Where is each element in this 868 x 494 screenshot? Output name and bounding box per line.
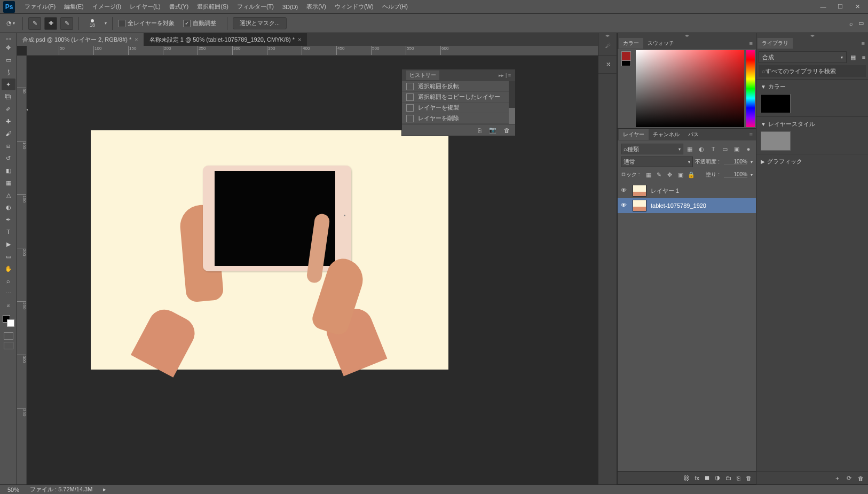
- eraser-tool[interactable]: ◧: [2, 164, 15, 176]
- window-minimize[interactable]: —: [818, 3, 828, 11]
- visibility-icon[interactable]: 👁: [621, 187, 628, 194]
- add-selection-icon[interactable]: ✚: [44, 17, 57, 30]
- collapse-grip[interactable]: ◂▸: [618, 33, 756, 37]
- crop-tool[interactable]: ⿻: [2, 91, 15, 103]
- channels-tab[interactable]: チャンネル: [649, 129, 684, 140]
- lock-position-icon[interactable]: ✥: [666, 170, 674, 179]
- screenmode-icon[interactable]: [4, 342, 13, 349]
- panel-menu-icon[interactable]: ≡: [858, 40, 868, 46]
- filter-image-icon[interactable]: ▦: [685, 145, 694, 153]
- history-item[interactable]: レイヤーを削除: [402, 113, 509, 124]
- type-tool[interactable]: T: [2, 226, 15, 238]
- scrollbar[interactable]: [509, 81, 515, 124]
- swatches-tab[interactable]: スウォッチ: [643, 38, 678, 49]
- paths-tab[interactable]: パス: [684, 129, 703, 140]
- fill-input[interactable]: 100%: [724, 171, 747, 178]
- library-tab[interactable]: ライブラリ: [757, 38, 793, 49]
- panel-menu-icon[interactable]: ≡: [746, 131, 756, 138]
- subtract-selection-icon[interactable]: ✎: [60, 17, 73, 30]
- current-tool-icon[interactable]: ◔▾: [4, 17, 17, 30]
- history-item[interactable]: 選択範囲を反転: [402, 81, 509, 92]
- new-selection-icon[interactable]: ✎: [28, 17, 41, 30]
- zoom-level[interactable]: 50%: [7, 487, 19, 493]
- sync-icon[interactable]: ⟳: [847, 475, 851, 482]
- foreground-color[interactable]: [621, 51, 631, 61]
- opacity-input[interactable]: 100%: [724, 159, 747, 165]
- status-caret[interactable]: ▸: [103, 486, 106, 493]
- eyedropper-tool[interactable]: ✐: [2, 103, 15, 115]
- menu-3d[interactable]: 3D(D): [278, 2, 302, 12]
- history-item[interactable]: レイヤーを複製: [402, 103, 509, 113]
- menu-edit[interactable]: 編集(E): [60, 1, 88, 13]
- healing-tool[interactable]: ✚: [2, 115, 15, 127]
- add-icon[interactable]: ＋: [834, 474, 840, 482]
- library-swatch[interactable]: [761, 131, 791, 151]
- lasso-tool[interactable]: ⟆: [2, 66, 15, 78]
- filter-shape-icon[interactable]: ▭: [721, 145, 729, 153]
- panel-menu-icon[interactable]: ≡: [746, 40, 756, 46]
- new-document-icon[interactable]: ⎘: [478, 127, 482, 134]
- history-tab[interactable]: ヒストリー: [406, 70, 439, 80]
- dock-collapse[interactable]: ◂▸: [598, 33, 617, 37]
- layers-tab[interactable]: レイヤー: [619, 129, 649, 140]
- layer-filter-select[interactable]: ⌕ 種類▾: [621, 144, 683, 154]
- swap-colors-icon[interactable]: ⤭: [2, 300, 15, 311]
- dock-properties-icon[interactable]: ☄: [598, 37, 618, 56]
- lock-artboard-icon[interactable]: ▣: [676, 170, 685, 179]
- close-icon[interactable]: ×: [298, 36, 301, 43]
- trash-icon[interactable]: 🗑: [504, 127, 510, 134]
- lock-paint-icon[interactable]: ✎: [655, 170, 664, 179]
- layer-row[interactable]: 👁 レイヤー 1: [618, 183, 756, 198]
- quick-select-tool[interactable]: ✦: [2, 79, 15, 90]
- path-select-tool[interactable]: ▶: [2, 238, 15, 250]
- history-brush-tool[interactable]: ↺: [2, 152, 15, 164]
- filter-smart-icon[interactable]: ▣: [732, 145, 741, 153]
- menu-layer[interactable]: レイヤー(L): [125, 1, 164, 13]
- visibility-icon[interactable]: 👁: [621, 202, 628, 209]
- adjustment-icon[interactable]: ◑: [715, 474, 720, 481]
- fx-icon[interactable]: fx: [695, 475, 699, 481]
- lock-all-icon[interactable]: 🔒: [687, 170, 696, 179]
- menu-file[interactable]: ファイル(F): [20, 1, 60, 13]
- panel-collapse-icon[interactable]: ▸▸ | ≡: [499, 73, 511, 78]
- list-view-icon[interactable]: ≡: [859, 53, 868, 61]
- color-field[interactable]: [636, 50, 744, 127]
- color-swatches[interactable]: [3, 315, 14, 327]
- zoom-tool[interactable]: ⌕: [2, 275, 15, 287]
- group-icon[interactable]: 🗀: [725, 475, 731, 481]
- brush-menu-caret[interactable]: ▾: [105, 21, 107, 26]
- brush-preview[interactable]: 18: [84, 15, 100, 32]
- dodge-tool[interactable]: ◐: [2, 201, 15, 213]
- auto-adjust-option[interactable]: 自動調整: [183, 19, 216, 27]
- blur-tool[interactable]: △: [2, 189, 15, 201]
- menu-type[interactable]: 書式(Y): [165, 1, 193, 13]
- all-layers-option[interactable]: 全レイヤーを対象: [118, 19, 175, 27]
- window-maximize[interactable]: ☐: [835, 3, 846, 11]
- dock-character-icon[interactable]: ⤭: [598, 56, 618, 74]
- filter-adjust-icon[interactable]: ◐: [697, 145, 706, 153]
- document-tab-1[interactable]: 合成.psd @ 100% (レイヤー 2, RGB/8#) *×: [17, 33, 144, 46]
- library-group-color[interactable]: ▼ カラー: [756, 79, 868, 116]
- quickmask-icon[interactable]: [4, 332, 13, 340]
- library-group-graphic[interactable]: ▶ グラフィック: [756, 154, 868, 169]
- mask-icon[interactable]: ◼: [705, 474, 709, 481]
- grid-view-icon[interactable]: ▦: [849, 53, 857, 61]
- move-tool[interactable]: ✥: [2, 42, 15, 53]
- filter-type-icon[interactable]: T: [709, 145, 717, 153]
- gradient-tool[interactable]: ▦: [2, 177, 15, 189]
- collapse-grip[interactable]: ◂▸: [756, 33, 868, 37]
- library-group-style[interactable]: ▼ レイヤースタイル: [756, 116, 868, 154]
- camera-icon[interactable]: 📷: [489, 127, 496, 134]
- new-layer-icon[interactable]: ⎘: [737, 475, 740, 481]
- blend-mode-select[interactable]: 通常▾: [621, 156, 693, 167]
- menu-select[interactable]: 選択範囲(S): [193, 1, 233, 13]
- library-search[interactable]: ⌕ すべてのライブラリを検索: [759, 65, 866, 77]
- trash-icon[interactable]: 🗑: [858, 475, 864, 482]
- trash-icon[interactable]: 🗑: [746, 475, 752, 481]
- menu-help[interactable]: ヘルプ(H): [378, 1, 412, 13]
- pen-tool[interactable]: ✒: [2, 214, 15, 225]
- file-info[interactable]: ファイル : 5.72M/14.3M: [30, 485, 92, 493]
- brush-tool[interactable]: 🖌: [2, 128, 15, 139]
- select-and-mask-button[interactable]: 選択とマスク...: [233, 17, 287, 29]
- library-swatch[interactable]: [761, 94, 791, 113]
